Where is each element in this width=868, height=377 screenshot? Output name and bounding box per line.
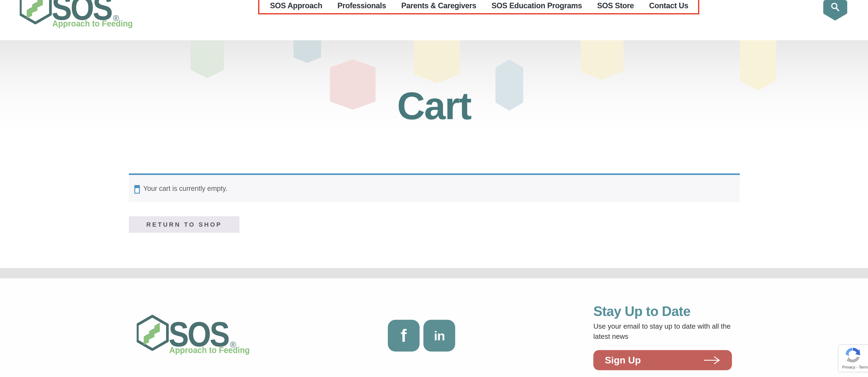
hexagon-decoration [740, 40, 776, 90]
nav-item-professionals[interactable]: Professionals [337, 1, 386, 10]
hexagon-decoration [293, 40, 321, 63]
hexagon-decoration [414, 40, 460, 83]
header: SOS ® Approach to Feeding SOS Approach P… [0, 0, 868, 40]
sign-up-button[interactable]: Sign Up [593, 350, 732, 370]
arrow-right-icon [703, 355, 721, 365]
newsletter-description-line2: latest news [593, 332, 628, 341]
search-badge-point [823, 13, 847, 21]
recaptcha-privacy-terms[interactable]: Privacy - Terms [841, 365, 868, 370]
page: SOS ® Approach to Feeding SOS Approach P… [0, 0, 868, 377]
nav-item-sos-approach[interactable]: SOS Approach [270, 1, 322, 10]
hexagon-decoration [581, 40, 623, 80]
logo-tagline: Approach to Feeding [52, 19, 133, 28]
cart-empty-message: Your cart is currently empty. [143, 175, 227, 202]
return-to-shop-button[interactable]: RETURN TO SHOP [129, 216, 240, 233]
main-nav: SOS Approach Professionals Parents & Car… [258, 0, 699, 14]
cart-empty-notice: Your cart is currently empty. [129, 173, 740, 202]
social-links: f in [388, 320, 455, 352]
section-divider [0, 268, 868, 279]
cart-window-icon [134, 185, 140, 194]
facebook-button[interactable]: f [388, 320, 420, 352]
hero-section: Cart [0, 40, 868, 176]
footer: SOS ® Approach to Feeding f in Stay Up t… [0, 279, 868, 377]
search-icon [830, 2, 841, 13]
newsletter-description-line1: Use your email to stay up to date with a… [593, 322, 731, 330]
recaptcha-badge[interactable]: Privacy - Terms [839, 345, 868, 372]
facebook-icon: f [401, 325, 407, 346]
footer-logo[interactable]: SOS ® Approach to Feeding [137, 315, 252, 355]
nav-item-parents-caregivers[interactable]: Parents & Caregivers [401, 1, 476, 10]
nav-item-sos-store[interactable]: SOS Store [597, 1, 634, 10]
sign-up-label: Sign Up [605, 355, 641, 366]
page-title: Cart [0, 87, 868, 125]
nav-item-sos-education-programs[interactable]: SOS Education Programs [491, 1, 582, 10]
newsletter-heading: Stay Up to Date [593, 303, 690, 319]
linkedin-icon: in [434, 328, 444, 343]
nav-item-contact-us[interactable]: Contact Us [649, 1, 688, 10]
logo-tagline: Approach to Feeding [169, 345, 250, 355]
hexagon-decoration [190, 40, 224, 78]
linkedin-button[interactable]: in [424, 320, 455, 352]
recaptcha-icon [844, 347, 861, 364]
site-logo[interactable]: SOS ® Approach to Feeding [20, 0, 135, 29]
search-button[interactable] [823, 0, 847, 21]
